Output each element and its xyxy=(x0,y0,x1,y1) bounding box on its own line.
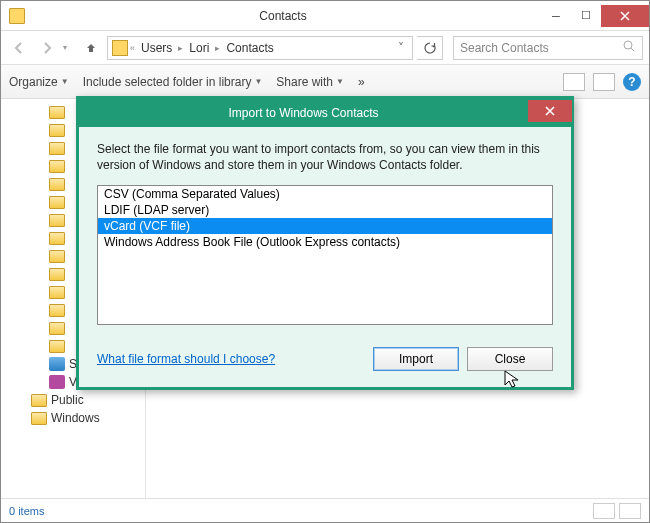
breadcrumb-item[interactable]: Contacts xyxy=(222,41,277,55)
folder-icon xyxy=(49,160,65,173)
navbar: ▾ « Users ▸ Lori ▸ Contacts ˅ Search Con… xyxy=(1,31,649,65)
forward-icon xyxy=(39,40,55,56)
folder-icon xyxy=(49,250,65,263)
folder-icon xyxy=(49,178,65,191)
folder-icon xyxy=(49,232,65,245)
search-input[interactable]: Search Contacts xyxy=(453,36,643,60)
folder-icon xyxy=(31,394,47,407)
item-count: 0 items xyxy=(9,505,44,517)
include-library-menu[interactable]: Include selected folder in library▼ xyxy=(83,75,263,89)
dialog-close-button[interactable] xyxy=(528,100,572,122)
folder-icon xyxy=(49,304,65,317)
forward-button[interactable] xyxy=(35,36,59,60)
format-listbox[interactable]: CSV (Comma Separated Values)LDIF (LDAP s… xyxy=(97,185,553,325)
address-bar[interactable]: « Users ▸ Lori ▸ Contacts ˅ xyxy=(107,36,413,60)
tree-item-windows[interactable]: Windows xyxy=(1,409,145,427)
folder-icon xyxy=(49,322,65,335)
tree-item-public[interactable]: Public xyxy=(1,391,145,409)
tree-item-label: Windows xyxy=(51,411,100,425)
chevron-right-icon: ▸ xyxy=(215,43,220,53)
preview-pane-button[interactable] xyxy=(593,73,615,91)
breadcrumb-item[interactable]: Users xyxy=(137,41,176,55)
import-dialog: Import to Windows Contacts Select the fi… xyxy=(76,96,574,390)
format-option[interactable]: CSV (Comma Separated Values) xyxy=(98,186,552,202)
search-icon xyxy=(623,40,636,56)
close-icon xyxy=(620,11,630,21)
history-dropdown[interactable]: ▾ xyxy=(63,43,75,52)
up-icon xyxy=(84,41,98,55)
share-menu[interactable]: Share with▼ xyxy=(276,75,344,89)
more-menu[interactable]: » xyxy=(358,75,365,89)
refresh-icon xyxy=(424,42,436,54)
breadcrumb-item[interactable]: Lori xyxy=(185,41,213,55)
icons-view-button[interactable] xyxy=(619,503,641,519)
organize-menu[interactable]: Organize▼ xyxy=(9,75,69,89)
window-title: Contacts xyxy=(25,9,541,23)
chevron-icon: « xyxy=(130,43,135,53)
minimize-button[interactable]: ─ xyxy=(541,5,571,27)
import-button[interactable]: Import xyxy=(373,347,459,371)
search-placeholder: Search Contacts xyxy=(460,41,549,55)
back-icon xyxy=(11,40,27,56)
maximize-button[interactable]: ☐ xyxy=(571,5,601,27)
folder-icon xyxy=(49,106,65,119)
help-button[interactable]: ? xyxy=(623,73,641,91)
tree-item-label: Public xyxy=(51,393,84,407)
statusbar: 0 items xyxy=(1,498,649,522)
dialog-title: Import to Windows Contacts xyxy=(79,106,528,120)
svg-point-0 xyxy=(624,41,632,49)
folder-icon xyxy=(9,8,25,24)
titlebar: Contacts ─ ☐ xyxy=(1,1,649,31)
details-view-button[interactable] xyxy=(593,503,615,519)
videos-icon xyxy=(49,375,65,389)
folder-icon xyxy=(49,196,65,209)
format-option[interactable]: vCard (VCF file) xyxy=(98,218,552,234)
folder-icon xyxy=(49,142,65,155)
dialog-description: Select the file format you want to impor… xyxy=(97,141,553,173)
close-button[interactable]: Close xyxy=(467,347,553,371)
folder-icon xyxy=(49,214,65,227)
format-option[interactable]: LDIF (LDAP server) xyxy=(98,202,552,218)
back-button[interactable] xyxy=(7,36,31,60)
skydrive-icon xyxy=(49,357,65,371)
dialog-titlebar: Import to Windows Contacts xyxy=(79,99,571,127)
folder-icon xyxy=(49,124,65,137)
format-option[interactable]: Windows Address Book File (Outlook Expre… xyxy=(98,234,552,250)
folder-icon xyxy=(49,340,65,353)
refresh-button[interactable] xyxy=(417,36,443,60)
view-options-button[interactable] xyxy=(563,73,585,91)
folder-icon xyxy=(49,268,65,281)
folder-icon xyxy=(31,412,47,425)
up-button[interactable] xyxy=(79,36,103,60)
folder-icon xyxy=(112,40,128,56)
help-link[interactable]: What file format should I choose? xyxy=(97,352,275,366)
chevron-right-icon: ▸ xyxy=(178,43,183,53)
toolbar: Organize▼ Include selected folder in lib… xyxy=(1,65,649,99)
close-button[interactable] xyxy=(601,5,649,27)
close-icon xyxy=(545,106,555,116)
address-dropdown[interactable]: ˅ xyxy=(394,41,408,55)
folder-icon xyxy=(49,286,65,299)
